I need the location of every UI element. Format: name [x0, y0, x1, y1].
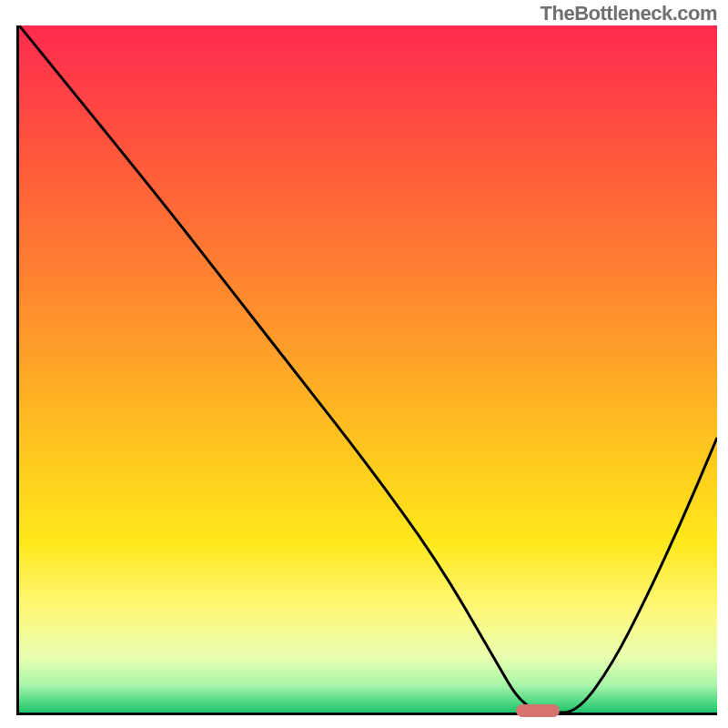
bottleneck-curve	[19, 25, 717, 713]
watermark-text: TheBottleneck.com	[541, 2, 717, 25]
plot-area	[16, 25, 717, 715]
optimal-marker	[516, 704, 560, 717]
